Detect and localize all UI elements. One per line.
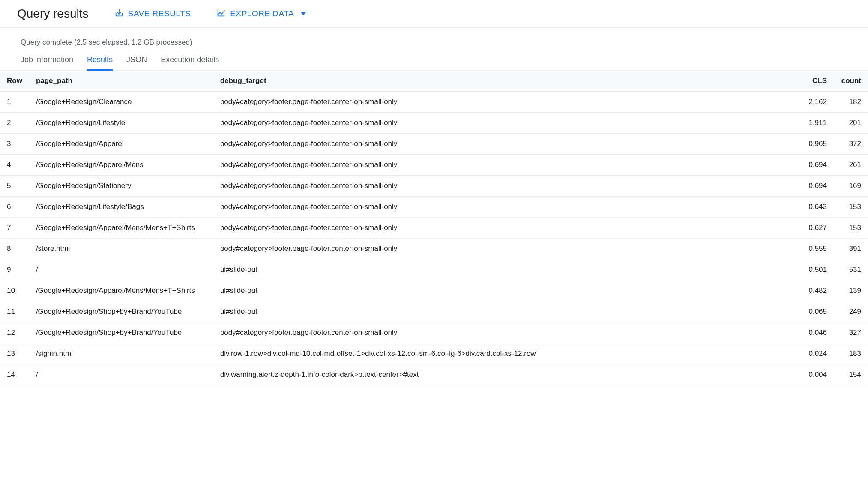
column-header-debug-target[interactable]: debug_target (213, 71, 799, 92)
cell-debug-target: body#category>footer.page-footer.center-… (213, 176, 799, 197)
cell-count: 372 (834, 134, 868, 155)
cell-debug-target: body#category>footer.page-footer.center-… (213, 92, 799, 113)
table-row[interactable]: 11/Google+Redesign/Shop+by+Brand/YouTube… (0, 301, 868, 322)
table-row[interactable]: 13/signin.htmldiv.row-1.row>div.col-md-1… (0, 343, 868, 364)
table-row[interactable]: 1/Google+Redesign/Clearancebody#category… (0, 92, 868, 113)
cell-row-number: 10 (0, 280, 29, 301)
table-row[interactable]: 6/Google+Redesign/Lifestyle/Bagsbody#cat… (0, 197, 868, 218)
table-row[interactable]: 10/Google+Redesign/Apparel/Mens/Mens+T+S… (0, 280, 868, 301)
cell-page-path: /Google+Redesign/Stationery (29, 176, 213, 197)
tab-results[interactable]: Results (87, 50, 113, 71)
cell-count: 201 (834, 113, 868, 134)
cell-debug-target: body#category>footer.page-footer.center-… (213, 134, 799, 155)
cell-page-path: /Google+Redesign/Apparel/Mens/Mens+T+Shi… (29, 218, 213, 239)
result-tabs: Job information Results JSON Execution d… (0, 50, 868, 71)
cell-row-number: 3 (0, 134, 29, 155)
column-header-count[interactable]: count (834, 71, 868, 92)
cell-page-path: /Google+Redesign/Apparel/Mens/Mens+T+Shi… (29, 280, 213, 301)
cell-debug-target: body#category>footer.page-footer.center-… (213, 239, 799, 259)
cell-cls: 0.643 (799, 197, 834, 218)
cell-count: 391 (834, 239, 868, 259)
cell-cls: 0.065 (799, 301, 834, 322)
cell-count: 182 (834, 92, 868, 113)
cell-row-number: 8 (0, 239, 29, 259)
cell-cls: 2.162 (799, 92, 834, 113)
cell-page-path: /Google+Redesign/Shop+by+Brand/YouTube (29, 301, 213, 322)
table-row[interactable]: 2/Google+Redesign/Lifestylebody#category… (0, 113, 868, 134)
tab-execution-details[interactable]: Execution details (161, 50, 219, 71)
cell-page-path: /Google+Redesign/Shop+by+Brand/YouTube (29, 322, 213, 343)
column-header-row[interactable]: Row (0, 71, 29, 92)
table-row[interactable]: 7/Google+Redesign/Apparel/Mens/Mens+T+Sh… (0, 218, 868, 239)
cell-debug-target: ul#slide-out (213, 259, 799, 280)
cell-count: 531 (834, 259, 868, 280)
save-results-label: SAVE RESULTS (128, 9, 191, 18)
table-row[interactable]: 5/Google+Redesign/Stationerybody#categor… (0, 176, 868, 197)
cell-page-path: /Google+Redesign/Clearance (29, 92, 213, 113)
cell-cls: 0.004 (799, 364, 834, 385)
cell-row-number: 5 (0, 176, 29, 197)
cell-count: 153 (834, 218, 868, 239)
tab-job-information[interactable]: Job information (21, 50, 73, 71)
cell-count: 154 (834, 364, 868, 385)
table-row[interactable]: 8/store.htmlbody#category>footer.page-fo… (0, 239, 868, 259)
cell-count: 183 (834, 343, 868, 364)
table-row[interactable]: 14/div.warning.alert.z-depth-1.info-colo… (0, 364, 868, 385)
table-row[interactable]: 4/Google+Redesign/Apparel/Mensbody#categ… (0, 155, 868, 176)
cell-count: 261 (834, 155, 868, 176)
cell-row-number: 1 (0, 92, 29, 113)
results-table: Row page_path debug_target CLS count 1/G… (0, 71, 868, 385)
table-row[interactable]: 12/Google+Redesign/Shop+by+Brand/YouTube… (0, 322, 868, 343)
cell-debug-target: div.row-1.row>div.col-md-10.col-md-offse… (213, 343, 799, 364)
table-row[interactable]: 9/ul#slide-out0.501531 (0, 259, 868, 280)
chevron-down-icon (301, 12, 306, 15)
column-header-cls[interactable]: CLS (799, 71, 834, 92)
cell-debug-target: div.warning.alert.z-depth-1.info-color-d… (213, 364, 799, 385)
column-header-page-path[interactable]: page_path (29, 71, 213, 92)
tab-json[interactable]: JSON (126, 50, 147, 71)
cell-cls: 0.555 (799, 239, 834, 259)
page-title: Query results (17, 7, 89, 21)
cell-cls: 0.046 (799, 322, 834, 343)
cell-page-path: /Google+Redesign/Lifestyle (29, 113, 213, 134)
save-results-button[interactable]: SAVE RESULTS (114, 8, 191, 20)
chart-icon (216, 8, 226, 20)
cell-cls: 0.024 (799, 343, 834, 364)
cell-row-number: 7 (0, 218, 29, 239)
cell-debug-target: body#category>footer.page-footer.center-… (213, 155, 799, 176)
cell-debug-target: ul#slide-out (213, 301, 799, 322)
explore-data-button[interactable]: EXPLORE DATA (216, 8, 306, 20)
cell-cls: 0.501 (799, 259, 834, 280)
cell-row-number: 2 (0, 113, 29, 134)
cell-debug-target: body#category>footer.page-footer.center-… (213, 218, 799, 239)
table-row[interactable]: 3/Google+Redesign/Apparelbody#category>f… (0, 134, 868, 155)
cell-row-number: 13 (0, 343, 29, 364)
cell-row-number: 11 (0, 301, 29, 322)
cell-page-path: /store.html (29, 239, 213, 259)
download-icon (114, 8, 124, 20)
cell-page-path: /Google+Redesign/Apparel/Mens (29, 155, 213, 176)
cell-debug-target: body#category>footer.page-footer.center-… (213, 322, 799, 343)
cell-count: 327 (834, 322, 868, 343)
cell-row-number: 14 (0, 364, 29, 385)
cell-row-number: 4 (0, 155, 29, 176)
query-status: Query complete (2.5 sec elapsed, 1.2 GB … (0, 28, 868, 50)
cell-cls: 0.482 (799, 280, 834, 301)
cell-cls: 1.911 (799, 113, 834, 134)
cell-cls: 0.627 (799, 218, 834, 239)
cell-row-number: 12 (0, 322, 29, 343)
cell-page-path: / (29, 364, 213, 385)
cell-cls: 0.694 (799, 155, 834, 176)
cell-page-path: / (29, 259, 213, 280)
cell-page-path: /Google+Redesign/Lifestyle/Bags (29, 197, 213, 218)
cell-count: 139 (834, 280, 868, 301)
explore-data-label: EXPLORE DATA (230, 9, 294, 18)
cell-page-path: /signin.html (29, 343, 213, 364)
cell-page-path: /Google+Redesign/Apparel (29, 134, 213, 155)
cell-cls: 0.965 (799, 134, 834, 155)
cell-count: 249 (834, 301, 868, 322)
cell-count: 153 (834, 197, 868, 218)
cell-count: 169 (834, 176, 868, 197)
cell-debug-target: body#category>footer.page-footer.center-… (213, 113, 799, 134)
cell-row-number: 9 (0, 259, 29, 280)
